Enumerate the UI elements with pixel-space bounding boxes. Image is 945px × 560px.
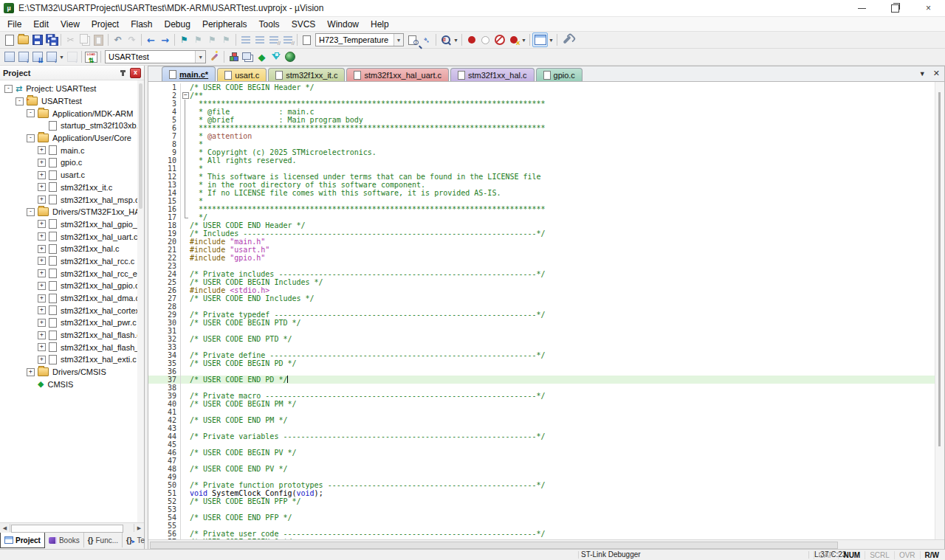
search-dropdown-icon[interactable]: ▼ [394, 34, 403, 46]
code-line[interactable]: 46/* USER CODE BEGIN PV */ [148, 449, 935, 457]
expand-plus-icon[interactable]: + [38, 282, 46, 290]
expand-minus-icon[interactable]: - [27, 109, 35, 117]
code-line[interactable]: 10 * All rights reserved. [148, 156, 935, 165]
batch-build-dropdown-icon[interactable]: ▼ [58, 55, 65, 60]
document-tab-stm32f1xx_itc[interactable]: stm32f1xx_it.c [268, 68, 345, 81]
download-button[interactable]: LOAD [84, 50, 98, 63]
bookmark-previous-button[interactable]: ⚑ [205, 33, 219, 46]
search-input[interactable] [316, 35, 394, 44]
tree-item[interactable]: +Drivers/CMSIS [0, 366, 144, 378]
rebuild-button[interactable] [30, 50, 44, 63]
menu-item-peripherals[interactable]: Peripherals [196, 18, 253, 30]
tree-item[interactable]: +main.c [0, 144, 144, 156]
code-editor[interactable]: 1/* USER CODE BEGIN Header */2/**3 *****… [148, 82, 944, 539]
close-button[interactable]: × [912, 0, 945, 16]
project-tree-horizontal-scrollbar[interactable]: ◀ ▶ [0, 522, 144, 533]
project-tree-vertical-scrollbar[interactable] [137, 80, 144, 522]
bookmark-next-button[interactable]: ⚑ [191, 33, 205, 46]
unindent-button[interactable] [252, 33, 267, 46]
breakpoint-dropdown-icon[interactable]: ▼ [520, 38, 527, 43]
save-all-button[interactable] [44, 33, 58, 46]
code-line[interactable]: 33 [148, 343, 935, 351]
tree-item[interactable]: +stm32f1xx_it.c [0, 182, 144, 194]
configuration-button[interactable] [560, 33, 574, 46]
editor-horizontal-scrollbar[interactable] [148, 539, 944, 549]
expand-plus-icon[interactable]: + [27, 368, 35, 376]
expand-plus-icon[interactable]: + [38, 159, 46, 167]
tree-item[interactable]: +stm32f1xx_hal_cortex.c [0, 304, 144, 317]
cut-button[interactable]: ✂ [63, 33, 78, 46]
code-line[interactable]: 26#include <stdio.h> [148, 286, 935, 294]
tree-item[interactable]: ◆CMSIS [0, 378, 144, 391]
code-line[interactable]: 30/* USER CODE BEGIN PTD */ [148, 319, 935, 327]
code-line[interactable]: 2/** [148, 91, 935, 100]
code-line[interactable]: 43 [148, 424, 935, 432]
tree-item[interactable]: -Application/User/Core [0, 132, 144, 145]
code-line[interactable]: 22#include "gpio.h" [148, 254, 935, 262]
navigate-back-button[interactable]: ← [144, 33, 158, 46]
scroll-left-icon[interactable]: ◀ [0, 525, 10, 531]
editor-vertical-scrollbar[interactable] [935, 82, 944, 539]
fold-open-icon[interactable] [180, 91, 190, 100]
tree-item[interactable]: +stm32f1xx_hal_dma.c [0, 292, 144, 305]
copy-button[interactable] [78, 33, 92, 46]
code-line[interactable]: 18/* USER CODE END Header */ [148, 221, 935, 229]
code-line[interactable]: 50/* Private function prototypes -------… [148, 481, 935, 489]
expand-plus-icon[interactable]: + [38, 257, 46, 265]
breakpoint-enable-disable-button[interactable] [478, 33, 492, 46]
bookmark-toggle-button[interactable]: ⚑ [177, 33, 191, 46]
code-line[interactable]: 21#include "usart.h" [148, 246, 935, 254]
breakpoint-kill-all-button[interactable] [506, 33, 520, 46]
tree-item[interactable]: +stm32f1xx_hal_flash_ex.c [0, 341, 144, 353]
code-line[interactable]: 54/* USER CODE END PFP */ [148, 514, 935, 522]
find-button[interactable]: d [439, 33, 453, 46]
comment-selection-button[interactable] [267, 33, 281, 46]
save-button[interactable] [30, 33, 44, 46]
code-line[interactable]: 3 **************************************… [148, 100, 935, 108]
code-line[interactable]: 42/* USER CODE END PM */ [148, 416, 935, 424]
expand-plus-icon[interactable]: + [38, 294, 46, 303]
new-file-button[interactable] [2, 33, 16, 46]
project-panel-close-icon[interactable]: x [130, 68, 141, 78]
code-line[interactable]: 39/* Private macro ---------------------… [148, 392, 935, 400]
expand-minus-icon[interactable]: - [16, 97, 24, 106]
code-line[interactable]: 5 * @brief : Main program body [148, 116, 935, 124]
code-line[interactable]: 25/* USER CODE BEGIN Includes */ [148, 278, 935, 286]
tree-item[interactable]: -Drivers/STM32F1xx_HAL_Dri [0, 206, 144, 218]
expand-plus-icon[interactable]: + [38, 171, 46, 179]
expand-plus-icon[interactable]: + [38, 331, 46, 339]
code-line[interactable]: 12 * This software is licensed under ter… [148, 173, 935, 181]
code-line[interactable]: 17 */ [148, 213, 935, 221]
code-line[interactable]: 28 [148, 303, 935, 311]
restore-button[interactable] [879, 0, 912, 16]
menu-item-debug[interactable]: Debug [159, 18, 196, 30]
build-button[interactable] [16, 50, 30, 63]
code-line[interactable]: 38 [148, 384, 935, 392]
tree-item[interactable]: +stm32f1xx_hal_rcc_ex.c [0, 267, 144, 280]
pin-icon[interactable] [122, 70, 124, 76]
menu-item-file[interactable]: File [1, 18, 27, 30]
code-line[interactable]: 48/* USER CODE END PV */ [148, 465, 935, 473]
document-tab-gpioc[interactable]: gpio.c [536, 68, 583, 81]
tree-item[interactable]: +stm32f1xx_hal_flash.c [0, 329, 144, 342]
code-line[interactable]: 29/* Private typedef -------------------… [148, 311, 935, 319]
tree-item[interactable]: +stm32f1xx_hal_exti.c [0, 353, 144, 366]
menu-item-flash[interactable]: Flash [125, 18, 158, 30]
expand-plus-icon[interactable]: + [38, 146, 46, 154]
code-line[interactable]: 16 *************************************… [148, 205, 935, 213]
code-line[interactable]: 45 [148, 440, 935, 449]
code-line[interactable]: 19/* Includes --------------------------… [148, 229, 935, 238]
code-line[interactable]: 51void SystemClock_Config(void); [148, 489, 935, 497]
menu-item-svcs[interactable]: SVCS [286, 18, 322, 30]
code-line[interactable]: 9 * Copyright (c) 2025 STMicroelectronic… [148, 148, 935, 156]
document-tab-stm32f1xx_halc[interactable]: stm32f1xx_hal.c [450, 68, 534, 81]
code-line[interactable]: 27/* USER CODE END Includes */ [148, 294, 935, 303]
window-layout-dropdown-icon[interactable]: ▼ [548, 38, 554, 43]
code-line[interactable]: 52/* USER CODE BEGIN PFP */ [148, 497, 935, 505]
target-dropdown-icon[interactable]: ▼ [195, 51, 205, 63]
tree-item[interactable]: +gpio.c [0, 156, 144, 169]
pack-installer-button[interactable] [283, 50, 297, 63]
code-line[interactable]: 37/* USER CODE END PD */ [148, 376, 935, 384]
open-file-button[interactable] [16, 33, 30, 46]
tree-item[interactable]: +stm32f1xx_hal.c [0, 243, 144, 255]
